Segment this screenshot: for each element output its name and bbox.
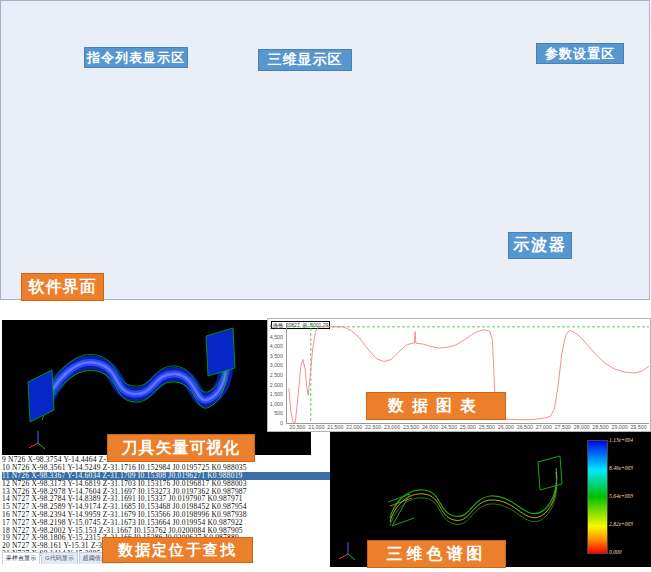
x-tick-label: 27,000: [536, 424, 552, 430]
data-chart-x-axis: 20,50021,00021,50022,00022,50023,00023,5…: [286, 424, 648, 432]
axis-triad-icon: [28, 429, 48, 451]
x-tick-label: 23,500: [403, 424, 419, 430]
y-tick-label: 2,000: [270, 382, 283, 388]
tool-vector-viewport[interactable]: [2, 320, 311, 455]
x-tick-label: 26,500: [517, 424, 533, 430]
x-tick-label: 22,000: [346, 424, 362, 430]
color-scale-bar: [587, 440, 608, 554]
x-tick-label: 29,000: [611, 424, 627, 430]
y-tick-label: 3,000: [270, 362, 283, 368]
tool-vector-ribbon: [2, 320, 311, 455]
y-tick-label: 0: [280, 420, 283, 426]
y-tick-label: 3,500: [270, 353, 283, 359]
colorbar-tick-label: 5.64e+003: [609, 493, 633, 499]
y-tick-label: 4,000: [270, 343, 283, 349]
y-tick-label: 1,000: [270, 401, 283, 407]
y-tick-label: 4,500: [270, 334, 283, 340]
y-tick-label: 5,000: [270, 324, 283, 330]
tab-2[interactable]: 超阈值点显示: [79, 552, 123, 564]
x-tick-label: 24,500: [441, 424, 457, 430]
app-window: [0, 0, 650, 300]
x-tick-label: 25,000: [460, 424, 476, 430]
screenshot-root: F5000 WU125.dat 欢迎使用—iSCOPE 3.0 文件(F)视图(…: [0, 0, 651, 572]
axis-triad-icon: [338, 540, 358, 562]
colorbar-tick-label: 0.000: [609, 549, 621, 555]
colorbar-tick-label: 8.46e+003: [609, 465, 633, 471]
spectrum-viewport[interactable]: 1.13e+0048.46e+0035.64e+0032.82e+0030.00…: [330, 432, 651, 567]
data-chart-y-axis: 05001,0001,5002,0002,5003,0003,5004,0004…: [268, 323, 284, 423]
y-tick-label: 500: [274, 410, 283, 416]
color-scale-labels: 1.13e+0048.46e+0035.64e+0032.82e+0030.00…: [609, 440, 651, 552]
x-tick-label: 22,500: [365, 424, 381, 430]
tab-1[interactable]: G代码显示: [41, 552, 78, 564]
colorbar-tick-label: 1.13e+004: [609, 437, 633, 443]
x-tick-label: 20,500: [289, 424, 305, 430]
x-tick-label: 24,000: [422, 424, 438, 430]
x-tick-label: 21,500: [327, 424, 343, 430]
colorbar-tick-label: 2.82e+003: [609, 521, 633, 527]
y-tick-label: 2,500: [270, 372, 283, 378]
sample-list-tabs: 采样点显示G代码显示超阈值点显示: [2, 553, 123, 564]
y-tick-label: 1,500: [270, 391, 283, 397]
x-tick-label: 28,000: [574, 424, 590, 430]
x-tick-label: 27,500: [555, 424, 571, 430]
x-tick-label: 21,000: [308, 424, 324, 430]
data-chart-plot[interactable]: [286, 323, 649, 424]
data-chart-panel: 序号: 20827, 值: 5001.29 05001,0001,5002,00…: [267, 318, 651, 432]
x-tick-label: 29,500: [630, 424, 646, 430]
x-tick-label: 23,000: [384, 424, 400, 430]
x-tick-label: 25,500: [479, 424, 495, 430]
tab-0[interactable]: 采样点显示: [2, 552, 40, 564]
x-tick-label: 26,000: [498, 424, 514, 430]
x-tick-label: 28,500: [592, 424, 608, 430]
